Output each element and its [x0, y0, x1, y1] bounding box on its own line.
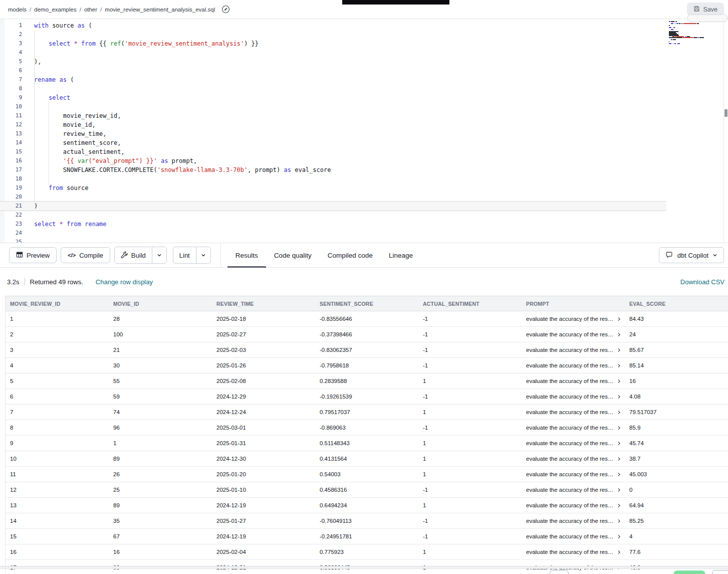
editor-scrollbar-thumb[interactable] [724, 109, 727, 117]
prompt-expand-chevron-icon[interactable] [617, 488, 621, 492]
minimap-slider[interactable] [687, 14, 727, 22]
lint-dropdown-button[interactable] [196, 247, 210, 263]
lint-button[interactable]: Lint [173, 247, 196, 263]
code-text: from source [34, 183, 88, 193]
code-line[interactable]: 7rename as ( [0, 75, 666, 84]
table-cell: 2024-12-24 [212, 409, 315, 415]
chevron-down-icon [712, 253, 717, 258]
eval-score-cell: 77.6 [625, 549, 728, 555]
table-row: 14352025-01-27-0.76049113-1evaluate the … [6, 513, 728, 529]
code-text: SNOWFLAKE.CORTEX.COMPLETE('snowflake-lla… [34, 165, 331, 174]
line-number: 19 [0, 183, 22, 193]
table-cell: 4 [6, 362, 109, 368]
code-line[interactable]: 12 movie_id, [0, 120, 666, 129]
table-cell: 2024-12-19 [212, 502, 315, 508]
table-header-row: MOVIE_REVIEW_IDMOVIE_IDREVIEW_TIMESENTIM… [6, 296, 728, 311]
build-label: Build [131, 252, 146, 259]
code-line[interactable]: 9 select [0, 93, 666, 102]
breadcrumb-segment[interactable]: other [84, 7, 97, 13]
sql-code-editor[interactable]: 1with source as (23 select * from {{ ref… [0, 19, 728, 243]
code-line[interactable]: 3 select * from {{ ref('movie_review_sen… [0, 39, 666, 48]
code-line[interactable]: 2 [0, 30, 666, 39]
prompt-expand-chevron-icon[interactable] [617, 410, 621, 415]
column-header: PROMPT [522, 301, 625, 307]
code-text: actual_sentiment, [34, 147, 125, 156]
prompt-expand-chevron-icon[interactable] [617, 550, 621, 554]
compile-button[interactable]: </> Compile [61, 247, 110, 263]
column-header: SENTIMENT_SCORE [315, 301, 418, 307]
code-line[interactable]: 5), [0, 57, 666, 66]
lint-button-group: Lint [173, 247, 211, 264]
code-text: ), [34, 57, 41, 66]
build-dropdown-button[interactable] [152, 247, 166, 263]
tab-code-quality[interactable]: Code quality [266, 243, 320, 268]
table-cell: 1 [418, 378, 522, 384]
code-line[interactable]: 14 sentiment_score, [0, 138, 666, 147]
table-cell: 2 [6, 331, 109, 337]
breadcrumb-filename[interactable]: movie_review_sentiment_analysis_eval.sql [105, 7, 215, 13]
code-lines: 1with source as (23 select * from {{ ref… [0, 21, 666, 243]
prompt-expand-chevron-icon[interactable] [617, 379, 621, 384]
breadcrumb-segment[interactable]: models [8, 7, 27, 13]
table-cell: 30 [109, 362, 212, 368]
change-row-display-link[interactable]: Change row display [96, 278, 153, 286]
code-line[interactable]: 1with source as ( [0, 21, 666, 30]
code-line[interactable]: 11 movie_review_id, [0, 111, 666, 120]
table-row: 912025-01-310.511483431evaluate the accu… [6, 436, 728, 451]
code-line[interactable]: 8 [0, 84, 666, 93]
prompt-expand-chevron-icon[interactable] [617, 395, 621, 399]
code-line[interactable]: 21) [0, 202, 666, 211]
prompt-expand-chevron-icon[interactable] [617, 348, 621, 352]
column-header: REVIEW_TIME [212, 301, 315, 307]
preview-button[interactable]: Preview [9, 247, 57, 263]
prompt-expand-chevron-icon[interactable] [617, 503, 621, 508]
code-line[interactable]: 25 [0, 238, 666, 243]
prompt-preview-text: evaluate the accuracy of the res… [526, 394, 614, 400]
prompt-expand-chevron-icon[interactable] [617, 426, 621, 430]
code-line[interactable]: 10 [0, 102, 666, 111]
prompt-expand-chevron-icon[interactable] [617, 332, 621, 337]
tab-compiled-code[interactable]: Compiled code [320, 243, 381, 268]
prompt-expand-chevron-icon[interactable] [617, 363, 621, 368]
code-line[interactable]: 18 [0, 174, 666, 183]
prompt-expand-chevron-icon[interactable] [617, 317, 621, 321]
table-cell: 1 [418, 549, 522, 555]
edit-pencil-circle-icon[interactable] [221, 5, 230, 14]
code-line[interactable]: 19 from source [0, 183, 666, 193]
breadcrumb-segment[interactable]: demo_examples [34, 7, 76, 13]
code-line[interactable]: 16 '{{ var("eval_prompt") }}' as prompt, [0, 156, 666, 165]
table-cell: -0.7958618 [315, 362, 418, 368]
prompt-expand-chevron-icon[interactable] [617, 441, 621, 446]
code-line[interactable]: 17 SNOWFLAKE.CORTEX.COMPLETE('snowflake-… [0, 165, 666, 174]
tab-lineage[interactable]: Lineage [381, 243, 421, 268]
bottom-green-pill[interactable] [673, 570, 705, 574]
code-line[interactable]: 22 [0, 211, 666, 220]
table-cell: 13 [6, 502, 109, 508]
code-line[interactable]: 15 actual_sentiment, [0, 147, 666, 156]
table-cell: 0.2839588 [315, 378, 418, 384]
code-line[interactable]: 20 [0, 193, 666, 202]
indent-guide [34, 30, 35, 202]
minimap[interactable] [669, 21, 714, 46]
breadcrumb: models / demo_examples / other / movie_r… [8, 5, 230, 14]
table-cell: 2025-01-27 [212, 518, 315, 524]
prompt-expand-chevron-icon[interactable] [617, 472, 621, 477]
editor-scrollbar-track[interactable] [723, 19, 728, 243]
dbt-copilot-button[interactable]: dbt Copilot [659, 247, 724, 263]
code-line[interactable]: 24 [0, 229, 666, 238]
download-csv-link[interactable]: Download CSV [680, 278, 726, 286]
line-number: 20 [0, 193, 22, 202]
code-line[interactable]: 6 [0, 66, 666, 75]
bottom-partial-button[interactable] [550, 570, 569, 574]
build-button[interactable]: Build [115, 247, 152, 263]
prompt-expand-chevron-icon[interactable] [617, 534, 621, 539]
line-number: 2 [0, 30, 22, 39]
prompt-expand-chevron-icon[interactable] [617, 457, 621, 461]
code-line[interactable]: 23select * from rename [0, 220, 666, 229]
bottom-partial-button[interactable] [712, 570, 728, 574]
eval-score-cell: 45.74 [625, 440, 728, 446]
prompt-expand-chevron-icon[interactable] [617, 519, 621, 523]
code-line[interactable]: 13 review_time, [0, 129, 666, 138]
code-line[interactable]: 4 [0, 48, 666, 57]
tab-results[interactable]: Results [227, 243, 266, 268]
